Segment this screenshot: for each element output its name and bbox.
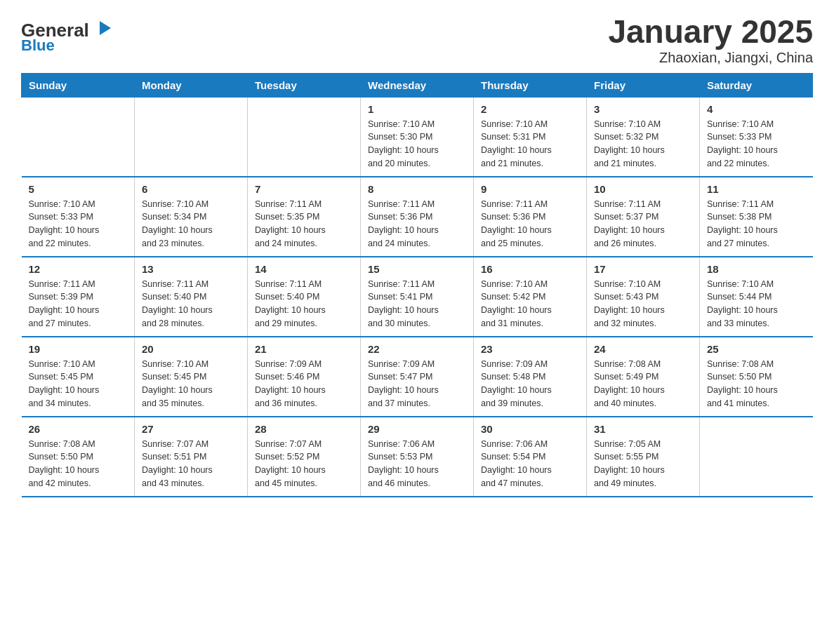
day-info: Sunrise: 7:11 AMSunset: 5:39 PMDaylight:… — [29, 278, 128, 330]
day-info: Sunrise: 7:10 AMSunset: 5:45 PMDaylight:… — [142, 358, 240, 410]
day-of-week-header: Wednesday — [361, 73, 474, 97]
day-number: 12 — [29, 263, 128, 275]
day-number: 28 — [255, 423, 353, 435]
day-info: Sunrise: 7:10 AMSunset: 5:34 PMDaylight:… — [142, 198, 240, 250]
day-number: 21 — [255, 343, 353, 355]
day-info: Sunrise: 7:10 AMSunset: 5:30 PMDaylight:… — [368, 118, 466, 170]
day-info: Sunrise: 7:10 AMSunset: 5:43 PMDaylight:… — [594, 278, 692, 330]
day-number: 31 — [594, 423, 692, 435]
day-of-week-header: Thursday — [474, 73, 587, 97]
day-info: Sunrise: 7:11 AMSunset: 5:36 PMDaylight:… — [368, 198, 466, 250]
day-number: 17 — [594, 263, 692, 275]
day-number: 8 — [368, 183, 466, 195]
day-info: Sunrise: 7:07 AMSunset: 5:52 PMDaylight:… — [255, 438, 353, 490]
calendar-day-cell: 4Sunrise: 7:10 AMSunset: 5:33 PMDaylight… — [700, 97, 813, 177]
calendar-day-cell — [248, 97, 361, 177]
day-info: Sunrise: 7:09 AMSunset: 5:47 PMDaylight:… — [368, 358, 466, 410]
day-number: 6 — [142, 183, 240, 195]
day-number: 5 — [29, 183, 128, 195]
calendar-week-row: 19Sunrise: 7:10 AMSunset: 5:45 PMDayligh… — [22, 337, 813, 417]
day-of-week-header: Monday — [135, 73, 248, 97]
calendar-day-cell: 30Sunrise: 7:06 AMSunset: 5:54 PMDayligh… — [474, 417, 587, 497]
day-info: Sunrise: 7:11 AMSunset: 5:41 PMDaylight:… — [368, 278, 466, 330]
calendar-body: 1Sunrise: 7:10 AMSunset: 5:30 PMDaylight… — [22, 97, 813, 497]
calendar-day-cell: 31Sunrise: 7:05 AMSunset: 5:55 PMDayligh… — [587, 417, 700, 497]
day-number: 19 — [29, 343, 128, 355]
day-number: 16 — [481, 263, 579, 275]
calendar-day-cell: 7Sunrise: 7:11 AMSunset: 5:35 PMDaylight… — [248, 177, 361, 257]
day-number: 15 — [368, 263, 466, 275]
calendar-week-row: 12Sunrise: 7:11 AMSunset: 5:39 PMDayligh… — [22, 257, 813, 337]
calendar-day-cell — [22, 97, 135, 177]
calendar-day-cell: 8Sunrise: 7:11 AMSunset: 5:36 PMDaylight… — [361, 177, 474, 257]
calendar-day-cell: 16Sunrise: 7:10 AMSunset: 5:42 PMDayligh… — [474, 257, 587, 337]
calendar-week-row: 1Sunrise: 7:10 AMSunset: 5:30 PMDaylight… — [22, 97, 813, 177]
calendar-day-cell: 29Sunrise: 7:06 AMSunset: 5:53 PMDayligh… — [361, 417, 474, 497]
calendar-day-cell — [135, 97, 248, 177]
logo[interactable]: General Blue — [21, 14, 112, 55]
calendar-day-cell: 28Sunrise: 7:07 AMSunset: 5:52 PMDayligh… — [248, 417, 361, 497]
day-of-week-header: Sunday — [22, 73, 135, 97]
day-number: 18 — [707, 263, 806, 275]
calendar-day-cell: 2Sunrise: 7:10 AMSunset: 5:31 PMDaylight… — [474, 97, 587, 177]
day-info: Sunrise: 7:11 AMSunset: 5:35 PMDaylight:… — [255, 198, 353, 250]
calendar-day-cell: 27Sunrise: 7:07 AMSunset: 5:51 PMDayligh… — [135, 417, 248, 497]
calendar-day-cell: 14Sunrise: 7:11 AMSunset: 5:40 PMDayligh… — [248, 257, 361, 337]
calendar-day-cell: 17Sunrise: 7:10 AMSunset: 5:43 PMDayligh… — [587, 257, 700, 337]
day-info: Sunrise: 7:11 AMSunset: 5:38 PMDaylight:… — [707, 198, 806, 250]
calendar-table: SundayMondayTuesdayWednesdayThursdayFrid… — [21, 73, 813, 497]
day-info: Sunrise: 7:11 AMSunset: 5:37 PMDaylight:… — [594, 198, 692, 250]
day-info: Sunrise: 7:07 AMSunset: 5:51 PMDaylight:… — [142, 438, 240, 490]
calendar-day-cell: 25Sunrise: 7:08 AMSunset: 5:50 PMDayligh… — [700, 337, 813, 417]
calendar-title: January 2025 — [608, 14, 813, 50]
day-info: Sunrise: 7:09 AMSunset: 5:46 PMDaylight:… — [255, 358, 353, 410]
day-info: Sunrise: 7:10 AMSunset: 5:45 PMDaylight:… — [29, 358, 128, 410]
day-info: Sunrise: 7:10 AMSunset: 5:33 PMDaylight:… — [29, 198, 128, 250]
day-of-week-header: Friday — [587, 73, 700, 97]
calendar-day-cell: 11Sunrise: 7:11 AMSunset: 5:38 PMDayligh… — [700, 177, 813, 257]
calendar-week-row: 5Sunrise: 7:10 AMSunset: 5:33 PMDaylight… — [22, 177, 813, 257]
day-info: Sunrise: 7:05 AMSunset: 5:55 PMDaylight:… — [594, 438, 692, 490]
day-number: 9 — [481, 183, 579, 195]
page-header: General Blue January 2025 Zhaoxian, Jian… — [21, 14, 813, 66]
logo-text: General Blue — [21, 14, 112, 55]
calendar-day-cell: 22Sunrise: 7:09 AMSunset: 5:47 PMDayligh… — [361, 337, 474, 417]
calendar-week-row: 26Sunrise: 7:08 AMSunset: 5:50 PMDayligh… — [22, 417, 813, 497]
day-info: Sunrise: 7:09 AMSunset: 5:48 PMDaylight:… — [481, 358, 579, 410]
day-number: 2 — [481, 103, 579, 115]
day-info: Sunrise: 7:10 AMSunset: 5:31 PMDaylight:… — [481, 118, 579, 170]
day-number: 26 — [29, 423, 128, 435]
calendar-day-cell: 20Sunrise: 7:10 AMSunset: 5:45 PMDayligh… — [135, 337, 248, 417]
day-info: Sunrise: 7:11 AMSunset: 5:36 PMDaylight:… — [481, 198, 579, 250]
calendar-day-cell: 26Sunrise: 7:08 AMSunset: 5:50 PMDayligh… — [22, 417, 135, 497]
day-info: Sunrise: 7:10 AMSunset: 5:42 PMDaylight:… — [481, 278, 579, 330]
day-number: 11 — [707, 183, 806, 195]
day-number: 3 — [594, 103, 692, 115]
day-number: 29 — [368, 423, 466, 435]
day-info: Sunrise: 7:08 AMSunset: 5:49 PMDaylight:… — [594, 358, 692, 410]
day-info: Sunrise: 7:08 AMSunset: 5:50 PMDaylight:… — [29, 438, 128, 490]
title-block: January 2025 Zhaoxian, Jiangxi, China — [608, 14, 813, 66]
day-info: Sunrise: 7:08 AMSunset: 5:50 PMDaylight:… — [707, 358, 806, 410]
calendar-subtitle: Zhaoxian, Jiangxi, China — [608, 50, 813, 66]
day-number: 25 — [707, 343, 806, 355]
calendar-day-cell: 12Sunrise: 7:11 AMSunset: 5:39 PMDayligh… — [22, 257, 135, 337]
day-of-week-header: Tuesday — [248, 73, 361, 97]
svg-text:Blue: Blue — [21, 36, 55, 53]
day-info: Sunrise: 7:10 AMSunset: 5:32 PMDaylight:… — [594, 118, 692, 170]
calendar-day-cell — [700, 417, 813, 497]
calendar-header: SundayMondayTuesdayWednesdayThursdayFrid… — [22, 73, 813, 97]
calendar-day-cell: 18Sunrise: 7:10 AMSunset: 5:44 PMDayligh… — [700, 257, 813, 337]
calendar-day-cell: 23Sunrise: 7:09 AMSunset: 5:48 PMDayligh… — [474, 337, 587, 417]
day-info: Sunrise: 7:10 AMSunset: 5:33 PMDaylight:… — [707, 118, 806, 170]
day-number: 13 — [142, 263, 240, 275]
day-number: 20 — [142, 343, 240, 355]
calendar-day-cell: 5Sunrise: 7:10 AMSunset: 5:33 PMDaylight… — [22, 177, 135, 257]
day-number: 22 — [368, 343, 466, 355]
calendar-day-cell: 24Sunrise: 7:08 AMSunset: 5:49 PMDayligh… — [587, 337, 700, 417]
svg-marker-1 — [100, 21, 111, 35]
day-info: Sunrise: 7:06 AMSunset: 5:53 PMDaylight:… — [368, 438, 466, 490]
day-number: 24 — [594, 343, 692, 355]
day-number: 23 — [481, 343, 579, 355]
day-info: Sunrise: 7:11 AMSunset: 5:40 PMDaylight:… — [255, 278, 353, 330]
